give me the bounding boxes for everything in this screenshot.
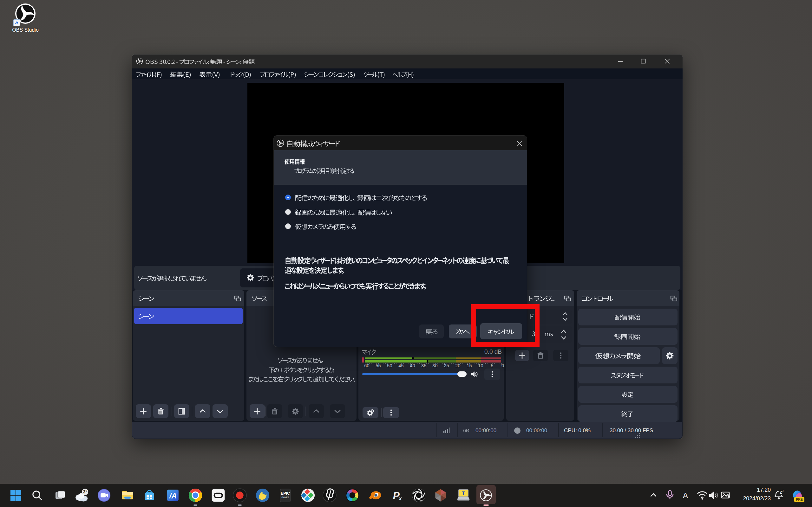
svg-text:3°: 3° bbox=[83, 489, 88, 494]
svg-text:/A: /A bbox=[169, 492, 177, 500]
svg-text:x: x bbox=[398, 495, 402, 502]
svg-text:A: A bbox=[683, 491, 688, 500]
svg-text:T: T bbox=[462, 491, 465, 496]
svg-text:Z: Z bbox=[780, 490, 782, 495]
svg-text:z: z bbox=[782, 489, 784, 492]
svg-text:EPIC: EPIC bbox=[281, 491, 290, 495]
svg-text:GAMES: GAMES bbox=[281, 496, 289, 498]
